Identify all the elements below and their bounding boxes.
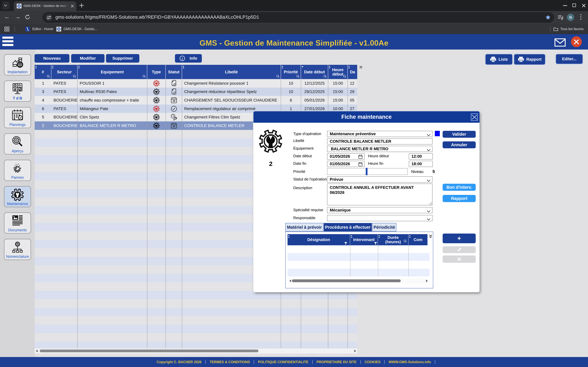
svg-text:28: 28 (172, 125, 175, 128)
svg-text:28: 28 (172, 100, 175, 102)
